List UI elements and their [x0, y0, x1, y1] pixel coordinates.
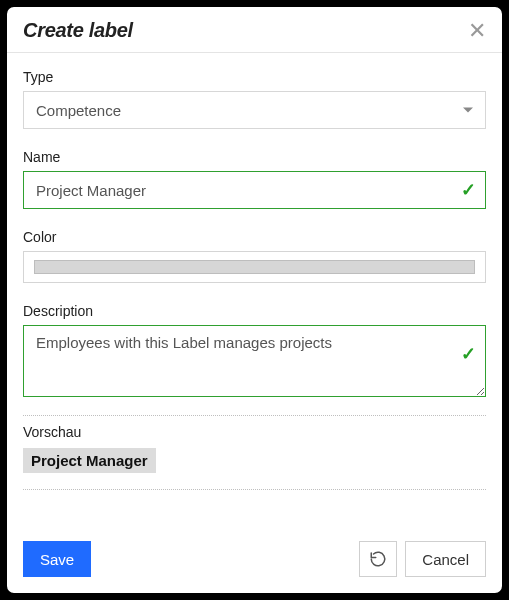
save-button[interactable]: Save [23, 541, 91, 577]
color-picker[interactable] [34, 260, 475, 274]
dialog-body: Type Competence Name ✓ Color Description… [7, 53, 502, 529]
color-picker-container [23, 251, 486, 283]
chevron-down-icon [463, 108, 473, 113]
name-label: Name [23, 149, 486, 165]
description-textarea[interactable] [23, 325, 486, 397]
description-wrap: ✓ [23, 325, 486, 401]
reset-button[interactable] [359, 541, 397, 577]
preview-section: Vorschau Project Manager [23, 416, 486, 481]
type-select-value: Competence [36, 102, 121, 119]
dialog-header: Create label ✕ [7, 7, 502, 53]
separator [23, 489, 486, 490]
name-input-wrap: ✓ [23, 171, 486, 209]
dialog-footer: Save Cancel [7, 529, 502, 593]
undo-icon [369, 550, 387, 568]
type-select[interactable]: Competence [23, 91, 486, 129]
dialog-title: Create label [23, 19, 133, 42]
description-label: Description [23, 303, 486, 319]
color-label: Color [23, 229, 486, 245]
close-icon[interactable]: ✕ [468, 20, 486, 42]
name-input[interactable] [23, 171, 486, 209]
type-label: Type [23, 69, 486, 85]
preview-chip: Project Manager [23, 448, 156, 473]
cancel-button[interactable]: Cancel [405, 541, 486, 577]
create-label-dialog: Create label ✕ Type Competence Name ✓ Co… [0, 0, 509, 600]
preview-label: Vorschau [23, 424, 486, 440]
